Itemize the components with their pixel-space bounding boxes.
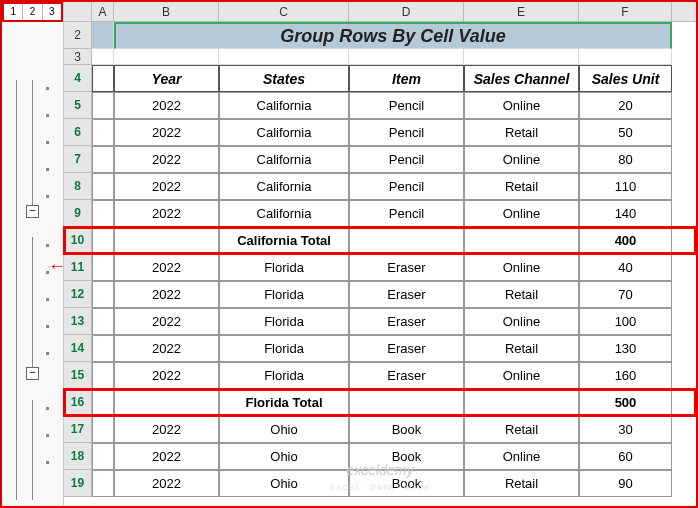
cell[interactable] [92, 470, 114, 497]
cell[interactable] [92, 200, 114, 227]
collapse-florida-icon[interactable]: − [26, 367, 39, 380]
cell[interactable] [349, 49, 464, 65]
cell[interactable] [92, 416, 114, 443]
cell[interactable] [92, 254, 114, 281]
cell-channel[interactable]: Online [464, 92, 579, 119]
cell-unit[interactable]: 60 [579, 443, 672, 470]
cell[interactable] [92, 119, 114, 146]
row-header[interactable]: 17 [64, 416, 92, 443]
cell-year[interactable]: 2022 [114, 92, 219, 119]
cell-state[interactable]: Florida [219, 281, 349, 308]
cell-year[interactable]: 2022 [114, 416, 219, 443]
cell[interactable] [114, 49, 219, 65]
cell-unit[interactable]: 30 [579, 416, 672, 443]
cell[interactable] [114, 389, 219, 416]
cell[interactable] [92, 227, 114, 254]
cell-item[interactable]: Pencil [349, 146, 464, 173]
row-header[interactable]: 9 [64, 200, 92, 227]
cell-item[interactable]: Eraser [349, 362, 464, 389]
cell[interactable] [579, 49, 672, 65]
cell-item[interactable]: Pencil [349, 200, 464, 227]
col-header-f[interactable]: F [579, 2, 672, 21]
row-header[interactable]: 13 [64, 308, 92, 335]
cell[interactable] [114, 227, 219, 254]
cell-item[interactable]: Book [349, 470, 464, 497]
row-header[interactable]: 5 [64, 92, 92, 119]
cell-unit[interactable]: 130 [579, 335, 672, 362]
cell[interactable] [92, 308, 114, 335]
cell-state[interactable]: Florida [219, 362, 349, 389]
cell[interactable] [92, 281, 114, 308]
cell[interactable] [92, 335, 114, 362]
cell[interactable] [219, 49, 349, 65]
cell-item[interactable]: Eraser [349, 308, 464, 335]
cell[interactable] [92, 146, 114, 173]
cell-year[interactable]: 2022 [114, 119, 219, 146]
row-header[interactable]: 6 [64, 119, 92, 146]
row-header[interactable]: 3 [64, 49, 92, 65]
row-header[interactable]: 15 [64, 362, 92, 389]
cell-year[interactable]: 2022 [114, 200, 219, 227]
cell-item[interactable]: Pencil [349, 173, 464, 200]
cell-unit[interactable]: 70 [579, 281, 672, 308]
cell-item[interactable]: Eraser [349, 254, 464, 281]
cell-item[interactable]: Book [349, 416, 464, 443]
cell-year[interactable]: 2022 [114, 173, 219, 200]
cell[interactable] [92, 65, 114, 92]
cell-item[interactable]: Eraser [349, 281, 464, 308]
cell-year[interactable]: 2022 [114, 443, 219, 470]
cell-unit[interactable]: 90 [579, 470, 672, 497]
row-header[interactable]: 4 [64, 65, 92, 92]
cell-item[interactable]: Pencil [349, 119, 464, 146]
col-header-b[interactable]: B [114, 2, 219, 21]
cell-channel[interactable]: Retail [464, 416, 579, 443]
cell[interactable] [349, 227, 464, 254]
row-header[interactable]: 7 [64, 146, 92, 173]
cell-item[interactable]: Eraser [349, 335, 464, 362]
col-header-e[interactable]: E [464, 2, 579, 21]
cell-year[interactable]: 2022 [114, 470, 219, 497]
cell-item[interactable]: Pencil [349, 92, 464, 119]
cell-year[interactable]: 2022 [114, 254, 219, 281]
row-header[interactable]: 2 [64, 22, 92, 49]
cell-unit[interactable]: 50 [579, 119, 672, 146]
cell-state[interactable]: California [219, 92, 349, 119]
cell-unit[interactable]: 100 [579, 308, 672, 335]
cell-state[interactable]: Ohio [219, 470, 349, 497]
outline-level-1[interactable]: 1 [4, 4, 23, 20]
cell-channel[interactable]: Retail [464, 119, 579, 146]
cell[interactable] [464, 227, 579, 254]
cell[interactable] [92, 173, 114, 200]
row-header[interactable]: 11 [64, 254, 92, 281]
outline-level-3[interactable]: 3 [43, 4, 61, 20]
cell-state[interactable]: California [219, 200, 349, 227]
cell-state[interactable]: Ohio [219, 416, 349, 443]
row-header[interactable]: 8 [64, 173, 92, 200]
cell[interactable] [464, 389, 579, 416]
col-header-d[interactable]: D [349, 2, 464, 21]
cell-year[interactable]: 2022 [114, 281, 219, 308]
row-header[interactable]: 12 [64, 281, 92, 308]
col-header-c[interactable]: C [219, 2, 349, 21]
cell-channel[interactable]: Online [464, 200, 579, 227]
cell[interactable] [92, 92, 114, 119]
cell[interactable] [92, 362, 114, 389]
cell-channel[interactable]: Retail [464, 470, 579, 497]
cell-state[interactable]: Ohio [219, 443, 349, 470]
row-header[interactable]: 19 [64, 470, 92, 497]
cell-unit[interactable]: 20 [579, 92, 672, 119]
row-header[interactable]: 18 [64, 443, 92, 470]
cell-state[interactable]: California [219, 173, 349, 200]
cell[interactable] [349, 389, 464, 416]
cell-channel[interactable]: Retail [464, 335, 579, 362]
cell-channel[interactable]: Online [464, 254, 579, 281]
cell-unit[interactable]: 110 [579, 173, 672, 200]
cell-channel[interactable]: Online [464, 308, 579, 335]
row-header[interactable]: 16 [64, 389, 92, 416]
cell[interactable] [92, 49, 114, 65]
cell-channel[interactable]: Retail [464, 281, 579, 308]
cell-channel[interactable]: Retail [464, 173, 579, 200]
cell-channel[interactable]: Online [464, 146, 579, 173]
cell-unit[interactable]: 160 [579, 362, 672, 389]
cell-unit[interactable]: 80 [579, 146, 672, 173]
